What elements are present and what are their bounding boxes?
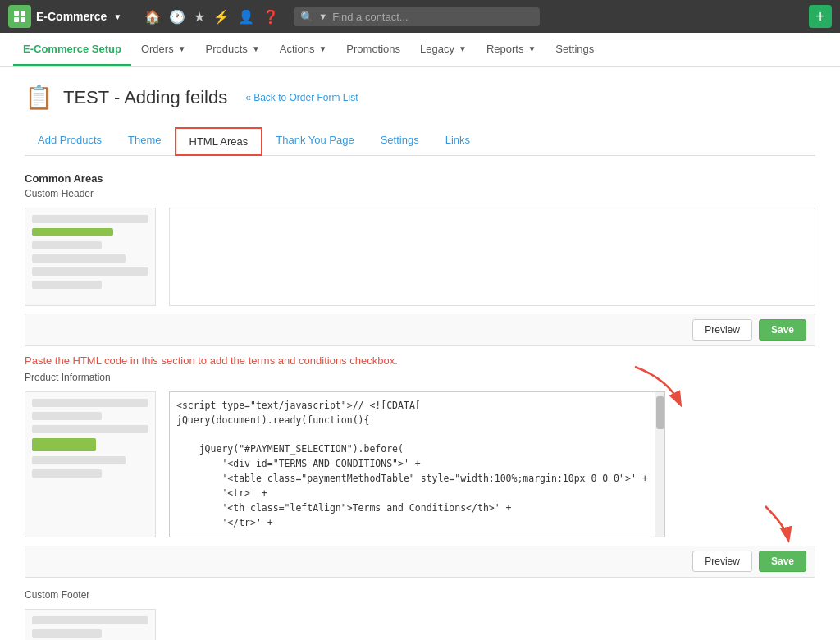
prod-preview-line-2 — [32, 412, 102, 420]
prod-preview-line-1 — [32, 399, 148, 407]
nav-item-products[interactable]: Products ▼ — [196, 33, 270, 66]
nav-icons: 🏠 🕐 ★ ⚡ 👤 ❓ — [144, 9, 279, 25]
product-info-label: Product Information — [25, 372, 815, 383]
svg-rect-2 — [14, 17, 19, 22]
code-editor[interactable]: <script type="text/javascript">// <![CDA… — [170, 392, 655, 537]
search-bar[interactable]: 🔍 ▼ — [294, 7, 540, 26]
search-icon: 🔍 — [300, 11, 313, 23]
tab-theme[interactable]: Theme — [115, 127, 174, 155]
back-link[interactable]: « Back to Order Form List — [245, 92, 358, 103]
common-areas-title: Common Areas — [25, 172, 815, 185]
svg-rect-1 — [21, 11, 25, 16]
top-bar: E-Commerce ▼ 🏠 🕐 ★ ⚡ 👤 ❓ 🔍 ▼ + — [0, 0, 840, 33]
instruction-container: Paste the HTML code in this section to a… — [25, 354, 815, 367]
preview-line-1 — [32, 215, 148, 223]
tab-html-areas[interactable]: HTML Areas — [175, 127, 263, 156]
custom-header-actions: Preview Save — [25, 314, 815, 346]
app-name: E-Commerce — [36, 10, 107, 23]
user-icon[interactable]: 👤 — [238, 9, 254, 25]
app-logo[interactable]: E-Commerce ▼ — [8, 5, 121, 28]
preview-line-3 — [32, 241, 102, 249]
legacy-caret: ▼ — [459, 44, 467, 53]
tab-add-products[interactable]: Add Products — [25, 127, 115, 155]
main-content: 📋 TEST - Adding feilds « Back to Order F… — [0, 67, 840, 640]
product-info-preview-button[interactable]: Preview — [692, 551, 752, 572]
page-title: TEST - Adding feilds — [63, 87, 227, 108]
nav-item-promotions[interactable]: Promotions — [336, 33, 410, 66]
lightning-icon[interactable]: ⚡ — [213, 9, 230, 25]
footer-preview-line-2 — [32, 629, 102, 638]
svg-rect-3 — [21, 17, 25, 22]
code-line-8: '</tr>' + — [176, 517, 273, 528]
custom-footer-label: Custom Footer — [25, 589, 815, 601]
page-icon: 📋 — [25, 84, 53, 111]
preview-line-6 — [32, 281, 102, 289]
code-editor-wrapper[interactable]: <script type="text/javascript">// <![CDA… — [169, 391, 665, 537]
product-info-preview — [25, 391, 156, 537]
custom-header-preview — [25, 208, 156, 306]
svg-rect-0 — [14, 11, 19, 16]
nav-item-reports[interactable]: Reports ▼ — [477, 33, 546, 66]
code-line-1: <script type="text/javascript"> — [176, 400, 353, 411]
instruction-text: Paste the HTML code in this section to a… — [25, 354, 398, 367]
custom-header-row — [25, 208, 815, 306]
scrollbar-thumb[interactable] — [656, 396, 664, 429]
tabs-row: Add Products Theme HTML Areas Thank You … — [25, 127, 815, 156]
custom-header-save-button[interactable]: Save — [759, 319, 806, 341]
home-icon[interactable]: 🏠 — [144, 9, 161, 25]
nav-item-ecommerce-setup[interactable]: E-Commerce Setup — [13, 33, 131, 66]
product-info-row: <script type="text/javascript">// <![CDA… — [25, 391, 815, 537]
tab-settings[interactable]: Settings — [368, 127, 432, 155]
preview-line-5 — [32, 267, 148, 276]
preview-line-4 — [32, 254, 126, 263]
nav-item-settings[interactable]: Settings — [546, 33, 604, 66]
help-icon[interactable]: ❓ — [262, 9, 279, 25]
actions-caret: ▼ — [318, 44, 326, 53]
star-icon[interactable]: ★ — [194, 9, 205, 25]
custom-header-label: Custom Header — [25, 188, 815, 199]
code-line-3: jQuery("#PAYMENT_SELECTION").before( — [176, 443, 404, 455]
custom-header-editor[interactable] — [169, 208, 815, 306]
tab-thank-you-page[interactable]: Thank You Page — [262, 127, 367, 155]
search-dropdown[interactable]: ▼ — [318, 11, 327, 21]
product-info-actions: Preview Save — [25, 546, 815, 578]
add-button[interactable]: + — [809, 5, 832, 28]
nav-bar: E-Commerce Setup Orders ▼ Products ▼ Act… — [0, 33, 840, 67]
custom-footer-row — [25, 609, 815, 640]
app-dropdown-icon[interactable]: ▼ — [113, 12, 121, 21]
orders-caret: ▼ — [178, 44, 186, 53]
nav-item-legacy[interactable]: Legacy ▼ — [410, 33, 477, 66]
page-header: 📋 TEST - Adding feilds « Back to Order F… — [25, 84, 815, 111]
products-caret: ▼ — [252, 44, 260, 53]
search-input[interactable] — [332, 11, 533, 23]
prod-preview-line-6 — [32, 469, 102, 478]
tab-links[interactable]: Links — [432, 127, 483, 155]
footer-preview-line-1 — [32, 616, 148, 624]
nav-item-orders[interactable]: Orders ▼ — [131, 33, 196, 66]
prod-preview-line-3 — [32, 425, 148, 433]
code-line-7: '<th class="leftAlign">Terms and Conditi… — [176, 502, 512, 514]
reports-caret: ▼ — [527, 44, 536, 53]
code-line-4: '<div id="TERMS_AND_CONDITIONS">' + — [176, 458, 421, 469]
common-areas-section: Common Areas Custom Header Preview Save … — [25, 172, 815, 640]
code-line-6: '<tr>' + — [176, 487, 267, 499]
logo-icon — [8, 5, 31, 28]
clock-icon[interactable]: 🕐 — [169, 9, 185, 25]
preview-line-2 — [32, 228, 113, 236]
prod-preview-line-5 — [32, 456, 126, 464]
product-info-save-button[interactable]: Save — [759, 551, 806, 572]
code-line-2: jQuery(document).ready(function(){ — [176, 414, 369, 426]
code-line-5: '<table class="paymentMethodTable" style… — [176, 473, 648, 484]
custom-footer-preview — [25, 609, 156, 640]
nav-item-actions[interactable]: Actions ▼ — [270, 33, 337, 66]
prod-preview-green — [32, 438, 96, 451]
scrollbar-track[interactable] — [655, 392, 664, 537]
custom-header-preview-button[interactable]: Preview — [692, 319, 752, 341]
